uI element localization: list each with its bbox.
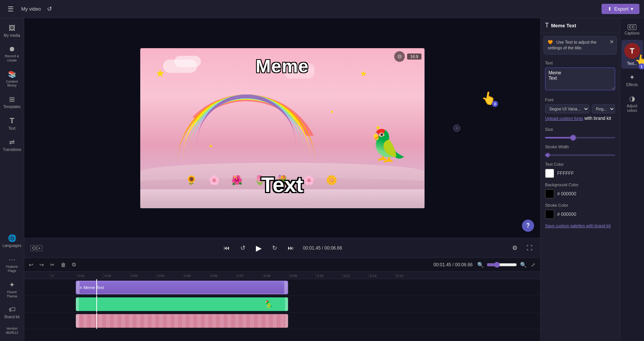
adjust-colors-label: Adjustcolors bbox=[627, 104, 638, 113]
time-total: 00:06.66 bbox=[324, 245, 342, 251]
sidebar-item-text[interactable]: T Text bbox=[1, 113, 23, 134]
video-clip[interactable]: 🦜 bbox=[76, 297, 288, 311]
sidebar-item-transitions[interactable]: ⇌ Transitions bbox=[1, 135, 23, 155]
export-button[interactable]: ⬆ Export ▾ bbox=[602, 4, 639, 14]
audio-clip[interactable] bbox=[76, 314, 288, 328]
sidebar-label-languages: Languages bbox=[3, 244, 22, 248]
step-badge-1: 1 bbox=[639, 63, 644, 69]
sidebar-item-brand-kit[interactable]: 🏷 Brand kit bbox=[1, 303, 23, 322]
adjust-colors-icon: ◑ bbox=[629, 94, 635, 103]
font-select[interactable]: Segoe UI Varia... bbox=[545, 104, 589, 113]
clip-handle-right[interactable] bbox=[284, 281, 287, 294]
ruler-mark-3: 0:03 bbox=[130, 273, 156, 278]
info-close-button[interactable]: ✕ bbox=[610, 39, 614, 45]
audio-clip-handle-left[interactable] bbox=[76, 314, 79, 328]
stroke-width-slider-container bbox=[545, 151, 615, 159]
zoom-in-button[interactable]: 🔍 bbox=[519, 260, 528, 269]
panel-header-icon: T bbox=[545, 22, 549, 29]
star-6: ✦ bbox=[330, 109, 334, 115]
tracks-area: 0 0:01 0:02 0:03 0:04 0:05 0:06 0:07 0:0… bbox=[50, 272, 540, 341]
sidebar-item-languages[interactable]: 🌐 Languages bbox=[1, 231, 23, 251]
text-color-label: Text Color bbox=[545, 162, 615, 167]
collapse-right-panel-button[interactable]: › bbox=[453, 124, 461, 132]
stroke-color-hex: # 000000 bbox=[557, 212, 576, 217]
rainbow-3 bbox=[183, 94, 310, 158]
ruler-marks-container: 0 0:01 0:02 0:03 0:04 0:05 0:06 0:07 0:0… bbox=[50, 272, 540, 279]
zoom-out-button[interactable]: 🔍 bbox=[476, 260, 485, 269]
clip-handle-left[interactable] bbox=[77, 281, 80, 294]
project-title: My video bbox=[21, 6, 41, 12]
preview-settings-button[interactable]: ⚙ bbox=[394, 51, 405, 62]
skip-to-end-button[interactable]: ⏭ bbox=[286, 243, 295, 253]
cloud-2 bbox=[174, 56, 201, 67]
upload-fonts-link[interactable]: Upload custom fonts bbox=[545, 116, 583, 121]
video-clip-handle-right[interactable] bbox=[285, 297, 288, 311]
undo-button[interactable]: ↩ bbox=[27, 260, 35, 269]
sidebar-item-record-create[interactable]: ⏺ Record &create bbox=[1, 42, 23, 66]
help-button[interactable]: ? bbox=[522, 220, 534, 232]
far-right-effects[interactable]: ✦ Effects bbox=[621, 70, 643, 90]
ruler-mark-12: 0:12 bbox=[368, 273, 395, 278]
stroke-width-label: Stroke Width bbox=[545, 145, 615, 149]
rewind-button[interactable]: ↺ bbox=[239, 243, 247, 253]
text-color-swatch[interactable] bbox=[545, 169, 554, 178]
ruler-mark-1: 0:01 bbox=[77, 273, 103, 278]
size-label: Size bbox=[545, 127, 615, 132]
delete-button[interactable]: 🗑 bbox=[59, 260, 67, 269]
fast-forward-button[interactable]: ↻ bbox=[271, 243, 279, 253]
far-right-text[interactable]: T 👆 1 Text... bbox=[621, 40, 643, 69]
save-palettes-link[interactable]: Save custom palettes with brand kit bbox=[541, 222, 620, 231]
sidebar-item-version: Versiond62f513 bbox=[1, 324, 23, 338]
zoom-slider[interactable] bbox=[487, 262, 517, 268]
sidebar-item-feature-flags[interactable]: ⋯ FeatureFlags bbox=[1, 252, 23, 276]
size-section: Size bbox=[541, 124, 620, 143]
font-row: Segoe UI Varia... Reg... bbox=[545, 104, 615, 113]
aspect-ratio-badge: 16:9 bbox=[407, 53, 421, 60]
languages-icon: 🌐 bbox=[8, 234, 16, 242]
sidebar-item-content-library[interactable]: 📚 Contentlibrary bbox=[1, 67, 23, 91]
star-5: ✦ bbox=[208, 143, 213, 149]
star-3: ★ bbox=[360, 69, 367, 78]
track-label-video bbox=[24, 296, 50, 313]
left-sidebar: 🖼 My media ⏺ Record &create 📚 Contentlib… bbox=[0, 18, 24, 341]
fullscreen-button[interactable]: ⛶ bbox=[525, 243, 534, 253]
text-color-hex: FFFFFF bbox=[557, 171, 574, 176]
audio-clip-handle-right[interactable] bbox=[285, 314, 288, 328]
main-layout: 🖼 My media ⏺ Record &create 📚 Contentlib… bbox=[0, 18, 644, 341]
far-right-captions[interactable]: CC Captions bbox=[621, 21, 643, 38]
bg-color-swatch[interactable] bbox=[545, 189, 554, 198]
feature-flags-icon: ⋯ bbox=[9, 255, 16, 264]
stroke-color-swatch[interactable] bbox=[545, 210, 554, 219]
clip-type-icon: ≡ bbox=[80, 285, 82, 290]
play-button[interactable]: ▶ bbox=[254, 242, 263, 254]
bg-color-row: # 000000 bbox=[545, 189, 615, 198]
cut-button[interactable]: ✂ bbox=[49, 260, 56, 269]
video-clip-handle-left[interactable] bbox=[76, 297, 79, 311]
captions-icon: CC bbox=[628, 24, 636, 30]
redo-button[interactable]: ↪ bbox=[38, 260, 45, 269]
timeline-ruler: 0 0:01 0:02 0:03 0:04 0:05 0:06 0:07 0:0… bbox=[50, 272, 540, 279]
text-input[interactable]: Meme Text bbox=[545, 68, 615, 90]
menu-button[interactable]: ☰ bbox=[5, 3, 17, 15]
flower-2: 🌸 bbox=[208, 175, 220, 185]
preview-canvas[interactable]: ★ ★ ★ ★ ✦ ✦ bbox=[140, 48, 425, 208]
ruler-mark-8: 0:08 bbox=[262, 273, 289, 278]
time-current: 00:01.45 bbox=[303, 245, 321, 251]
skip-to-start-button[interactable]: ⏮ bbox=[222, 243, 231, 253]
meme-text-clip[interactable]: ≡ Meme Text bbox=[76, 281, 288, 294]
sidebar-item-my-media[interactable]: 🖼 My media bbox=[1, 21, 23, 41]
far-right-adjust-colors[interactable]: ◑ Adjustcolors bbox=[621, 91, 643, 116]
sidebar-item-fluent-theme[interactable]: ✦ FluentTheme bbox=[1, 278, 23, 302]
sidebar-label-transitions: Transitions bbox=[3, 148, 21, 152]
text-color-row: FFFFFF bbox=[545, 169, 615, 178]
duplicate-button[interactable]: ⧉ bbox=[71, 260, 77, 269]
refresh-button[interactable]: ↺ bbox=[47, 5, 52, 13]
text-color-section: Text Color FFFFFF bbox=[541, 160, 620, 181]
settings-button[interactable]: ⚙ bbox=[511, 243, 519, 253]
sidebar-item-templates[interactable]: ⊞ Templates bbox=[1, 92, 23, 112]
font-style-select[interactable]: Reg... bbox=[592, 104, 615, 113]
expand-timeline-button[interactable]: ⤢ bbox=[530, 260, 537, 269]
text-section: Text Meme Text bbox=[541, 58, 620, 94]
bg-color-section: Background Color # 000000 bbox=[541, 181, 620, 201]
font-label: Font bbox=[545, 97, 615, 102]
